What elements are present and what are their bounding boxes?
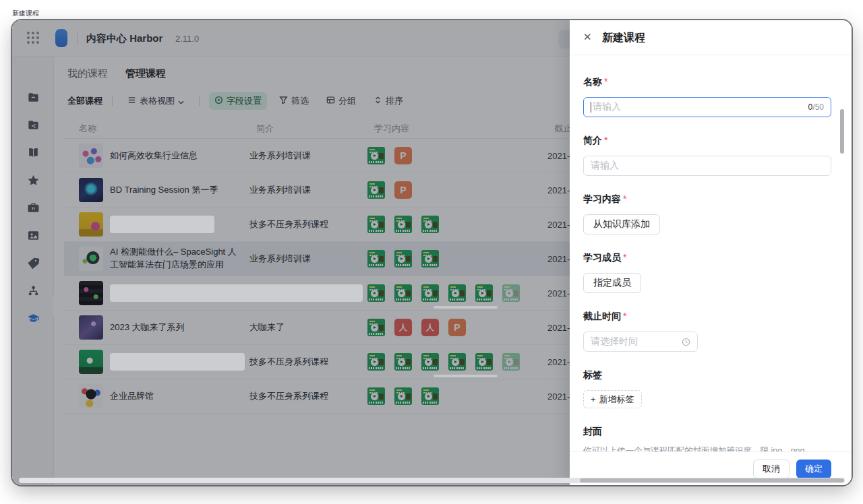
deadline-input[interactable]: 请选择时间 [583, 332, 698, 352]
course-desc: 业务系列培训课 [249, 150, 367, 162]
drawer-scrollbar-thumb[interactable] [840, 109, 844, 154]
video-content-icon[interactable] [367, 353, 385, 371]
sidebar-item-org[interactable] [12, 280, 54, 304]
course-name [110, 284, 249, 302]
video-content-icon[interactable] [367, 181, 385, 199]
sidebar-item-favorites[interactable] [12, 169, 54, 193]
course-contents [367, 242, 547, 276]
video-content-icon[interactable] [421, 216, 439, 233]
text-caret [591, 102, 591, 113]
sort-button[interactable]: 排序 [368, 92, 409, 110]
scope-all-courses[interactable]: 全部课程 [67, 95, 102, 107]
horizontal-scrollbar-thumb[interactable] [580, 478, 844, 482]
video-content-icon[interactable] [394, 216, 412, 233]
horizontal-scrollbar[interactable] [19, 478, 845, 483]
close-icon[interactable]: ✕ [583, 32, 592, 42]
video-content-icon[interactable] [394, 387, 412, 405]
char-counter: 0/50 [808, 102, 824, 112]
name-input[interactable]: 请输入 0/50 [583, 97, 831, 117]
course-thumbnail [79, 384, 103, 408]
course-desc [249, 284, 367, 302]
video-content-icon[interactable] [421, 387, 439, 405]
list-view-icon [127, 96, 136, 106]
pdf-content-icon[interactable]: 人 [421, 319, 439, 336]
icons-scroll-indicator[interactable] [434, 306, 498, 309]
course-thumbnail [79, 212, 103, 237]
ppt-content-icon[interactable]: P [394, 181, 412, 199]
target-icon [214, 96, 223, 106]
folder-shared-icon [27, 119, 40, 134]
course-name [110, 353, 249, 371]
app-launcher-icon[interactable] [27, 32, 40, 45]
tab-manage-courses[interactable]: 管理课程 [125, 67, 166, 80]
video-content-icon[interactable] [448, 353, 466, 371]
video-content-icon[interactable] [421, 353, 439, 371]
sidebar-item-media[interactable] [12, 224, 54, 249]
video-content-icon[interactable] [367, 216, 385, 233]
sidebar-item-tags[interactable] [12, 252, 54, 276]
deadline-field-label: 截止时间* [583, 311, 831, 323]
briefcase-icon [27, 201, 40, 217]
group-button[interactable]: 分组 [321, 92, 361, 110]
course-contents [367, 345, 547, 379]
sidebar-item-workspace[interactable] [12, 197, 54, 221]
app-window: 内容中心 Harbor 2.11.0 ‹ [12, 20, 852, 485]
course-name: BD Training Session 第一季 [110, 184, 249, 197]
video-content-icon[interactable] [421, 250, 439, 267]
video-content-icon[interactable] [475, 284, 493, 302]
desc-input-placeholder: 请输入 [591, 160, 619, 172]
add-from-library-button[interactable]: 从知识库添加 [583, 214, 660, 234]
window-mini-title: 新建课程 [12, 9, 39, 18]
assign-members-button[interactable]: 指定成员 [583, 273, 641, 293]
video-content-icon[interactable] [367, 319, 385, 336]
folder-icon [27, 91, 40, 106]
video-content-icon[interactable] [367, 284, 385, 302]
cancel-button[interactable]: 取消 [753, 460, 790, 478]
video-content-icon[interactable] [421, 284, 439, 302]
pdf-content-icon[interactable]: 人 [394, 319, 412, 336]
sidebar-item-courses[interactable] [12, 307, 54, 332]
video-content-icon[interactable] [394, 250, 412, 267]
video-content-icon[interactable] [394, 284, 412, 302]
course-desc: 技多不压身系列课程 [249, 218, 367, 230]
chevron-down-icon [178, 96, 184, 106]
video-content-icon[interactable] [367, 387, 385, 405]
desc-field-label: 简介* [583, 135, 831, 147]
clock-icon [682, 338, 690, 346]
field-settings-button[interactable]: 字段设置 [209, 92, 267, 110]
filter-button[interactable]: 筛选 [274, 92, 314, 110]
video-content-icon[interactable] [367, 250, 385, 267]
video-content-icon[interactable] [448, 284, 466, 302]
confirm-button[interactable]: 确定 [796, 460, 831, 478]
video-content-icon[interactable] [394, 353, 412, 371]
video-content-icon[interactable] [502, 284, 520, 302]
sidebar-item-library[interactable] [12, 141, 54, 166]
column-header-name[interactable]: 名称 [79, 123, 96, 135]
video-content-icon[interactable] [367, 147, 385, 164]
tags-field-label: 标签 [583, 369, 831, 381]
ppt-content-icon[interactable]: P [394, 147, 412, 164]
book-open-icon [27, 146, 40, 162]
icons-scroll-indicator[interactable] [434, 375, 498, 377]
app-logo[interactable] [55, 29, 67, 47]
course-name: 2023 大咖来了系列 [110, 321, 249, 334]
video-content-icon[interactable] [502, 353, 520, 371]
desc-input[interactable]: 请输入 [583, 156, 831, 176]
column-header-contents[interactable]: 学习内容 [374, 123, 409, 135]
course-desc: 业务系列培训课 [249, 184, 367, 196]
org-chart-icon [27, 284, 40, 300]
video-content-icon[interactable] [475, 353, 493, 371]
course-name: 企业品牌馆 [110, 390, 249, 403]
column-header-desc[interactable]: 简介 [256, 123, 274, 135]
tab-my-courses[interactable]: 我的课程 [67, 67, 108, 80]
course-name: AI 检测能做什么– SpaceSight 人工智能算法在门店场景的应用 [110, 246, 249, 272]
sidebar-item-shared-folder[interactable] [12, 114, 54, 138]
star-icon [27, 174, 40, 189]
view-selector[interactable]: 表格视图 [122, 92, 189, 110]
ppt-content-icon[interactable]: P [448, 319, 466, 336]
add-tag-button[interactable]: + 新增标签 [583, 390, 642, 408]
sidebar-item-folder[interactable] [12, 86, 54, 111]
required-asterisk: * [623, 193, 626, 204]
course-contents: P [367, 173, 547, 207]
sort-icon [374, 96, 382, 106]
